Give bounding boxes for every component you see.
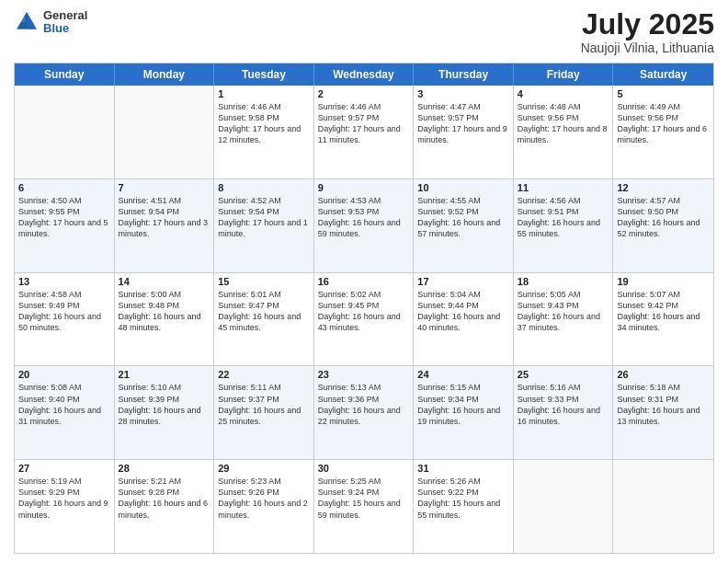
day-info: Sunrise: 5:23 AM Sunset: 9:26 PM Dayligh…: [218, 476, 310, 521]
header-day-saturday: Saturday: [613, 63, 713, 86]
calendar-cell: 18Sunrise: 5:05 AM Sunset: 9:43 PM Dayli…: [514, 273, 614, 366]
calendar-row-4: 27Sunrise: 5:19 AM Sunset: 9:29 PM Dayli…: [15, 459, 713, 553]
day-info: Sunrise: 4:46 AM Sunset: 9:57 PM Dayligh…: [318, 101, 410, 146]
day-number: 5: [617, 88, 710, 99]
day-info: Sunrise: 4:57 AM Sunset: 9:50 PM Dayligh…: [617, 195, 710, 240]
calendar-cell: 14Sunrise: 5:00 AM Sunset: 9:48 PM Dayli…: [115, 273, 215, 366]
day-number: 22: [218, 369, 310, 380]
logo-general: General: [43, 9, 87, 22]
day-number: 4: [518, 88, 609, 99]
day-info: Sunrise: 4:56 AM Sunset: 9:51 PM Dayligh…: [518, 195, 609, 240]
calendar-cell: [15, 86, 115, 178]
day-info: Sunrise: 5:13 AM Sunset: 9:36 PM Dayligh…: [318, 382, 410, 427]
day-number: 27: [18, 463, 110, 474]
page: General Blue July 2025 Naujoji Vilnia, L…: [0, 0, 728, 563]
calendar-row-3: 20Sunrise: 5:08 AM Sunset: 9:40 PM Dayli…: [15, 365, 713, 459]
day-number: 18: [518, 276, 609, 287]
logo-text: General Blue: [43, 9, 87, 36]
day-number: 29: [218, 463, 310, 474]
calendar-cell: 28Sunrise: 5:21 AM Sunset: 9:28 PM Dayli…: [115, 460, 215, 553]
day-info: Sunrise: 5:15 AM Sunset: 9:34 PM Dayligh…: [417, 382, 509, 427]
day-info: Sunrise: 5:16 AM Sunset: 9:33 PM Dayligh…: [518, 382, 609, 427]
day-info: Sunrise: 4:50 AM Sunset: 9:55 PM Dayligh…: [18, 195, 110, 240]
calendar-cell: 17Sunrise: 5:04 AM Sunset: 9:44 PM Dayli…: [414, 273, 514, 366]
logo-blue: Blue: [43, 22, 87, 35]
calendar-cell: 31Sunrise: 5:26 AM Sunset: 9:22 PM Dayli…: [414, 460, 514, 553]
day-info: Sunrise: 5:25 AM Sunset: 9:24 PM Dayligh…: [318, 476, 410, 521]
calendar-cell: 13Sunrise: 4:58 AM Sunset: 9:49 PM Dayli…: [15, 273, 115, 366]
title-month: July 2025: [581, 9, 714, 39]
day-info: Sunrise: 5:04 AM Sunset: 9:44 PM Dayligh…: [417, 289, 509, 334]
logo-icon: [14, 9, 40, 35]
calendar-header: SundayMondayTuesdayWednesdayThursdayFrid…: [15, 63, 713, 86]
calendar-cell: 19Sunrise: 5:07 AM Sunset: 9:42 PM Dayli…: [613, 273, 713, 366]
title-block: July 2025 Naujoji Vilnia, Lithuania: [581, 9, 714, 55]
day-number: 26: [617, 369, 710, 380]
calendar-cell: 9Sunrise: 4:53 AM Sunset: 9:53 PM Daylig…: [314, 179, 415, 272]
day-number: 19: [617, 276, 710, 287]
calendar-row-1: 6Sunrise: 4:50 AM Sunset: 9:55 PM Daylig…: [15, 178, 713, 272]
day-info: Sunrise: 4:47 AM Sunset: 9:57 PM Dayligh…: [417, 101, 509, 146]
title-location: Naujoji Vilnia, Lithuania: [581, 40, 714, 55]
logo: General Blue: [14, 9, 87, 36]
day-number: 14: [119, 276, 210, 287]
header-day-wednesday: Wednesday: [314, 63, 415, 86]
day-info: Sunrise: 4:51 AM Sunset: 9:54 PM Dayligh…: [119, 195, 210, 240]
calendar-cell: 2Sunrise: 4:46 AM Sunset: 9:57 PM Daylig…: [314, 86, 415, 178]
day-number: 11: [518, 182, 609, 193]
day-info: Sunrise: 5:11 AM Sunset: 9:37 PM Dayligh…: [218, 382, 310, 427]
header-day-monday: Monday: [115, 63, 215, 86]
day-number: 10: [417, 182, 509, 193]
day-info: Sunrise: 4:55 AM Sunset: 9:52 PM Dayligh…: [417, 195, 509, 240]
header-day-friday: Friday: [514, 63, 614, 86]
calendar-cell: 29Sunrise: 5:23 AM Sunset: 9:26 PM Dayli…: [214, 460, 314, 553]
header: General Blue July 2025 Naujoji Vilnia, L…: [14, 9, 714, 55]
day-number: 7: [119, 182, 210, 193]
calendar-cell: 22Sunrise: 5:11 AM Sunset: 9:37 PM Dayli…: [214, 366, 314, 459]
calendar-cell: 5Sunrise: 4:49 AM Sunset: 9:56 PM Daylig…: [613, 86, 713, 178]
day-number: 28: [119, 463, 210, 474]
day-number: 25: [518, 369, 609, 380]
header-day-sunday: Sunday: [15, 63, 115, 86]
calendar-cell: 10Sunrise: 4:55 AM Sunset: 9:52 PM Dayli…: [414, 179, 514, 272]
day-number: 17: [417, 276, 509, 287]
calendar-cell: 25Sunrise: 5:16 AM Sunset: 9:33 PM Dayli…: [514, 366, 614, 459]
day-info: Sunrise: 5:10 AM Sunset: 9:39 PM Dayligh…: [119, 382, 210, 427]
day-info: Sunrise: 5:19 AM Sunset: 9:29 PM Dayligh…: [18, 476, 110, 521]
day-number: 23: [318, 369, 410, 380]
day-number: 8: [218, 182, 310, 193]
calendar-cell: 1Sunrise: 4:46 AM Sunset: 9:58 PM Daylig…: [214, 86, 314, 178]
day-info: Sunrise: 4:49 AM Sunset: 9:56 PM Dayligh…: [617, 101, 710, 146]
svg-rect-2: [19, 17, 25, 22]
calendar-cell: 16Sunrise: 5:02 AM Sunset: 9:45 PM Dayli…: [314, 273, 415, 366]
day-info: Sunrise: 4:48 AM Sunset: 9:56 PM Dayligh…: [518, 101, 609, 146]
day-number: 2: [318, 88, 410, 99]
day-info: Sunrise: 5:21 AM Sunset: 9:28 PM Dayligh…: [119, 476, 210, 521]
calendar-cell: [613, 460, 713, 553]
calendar-cell: 15Sunrise: 5:01 AM Sunset: 9:47 PM Dayli…: [214, 273, 314, 366]
calendar-cell: 21Sunrise: 5:10 AM Sunset: 9:39 PM Dayli…: [115, 366, 215, 459]
day-info: Sunrise: 5:02 AM Sunset: 9:45 PM Dayligh…: [318, 289, 410, 334]
calendar-cell: 26Sunrise: 5:18 AM Sunset: 9:31 PM Dayli…: [613, 366, 713, 459]
day-info: Sunrise: 5:00 AM Sunset: 9:48 PM Dayligh…: [119, 289, 210, 334]
calendar-cell: [115, 86, 215, 178]
day-number: 21: [119, 369, 210, 380]
calendar-cell: 23Sunrise: 5:13 AM Sunset: 9:36 PM Dayli…: [314, 366, 415, 459]
day-number: 13: [18, 276, 110, 287]
calendar-body: 1Sunrise: 4:46 AM Sunset: 9:58 PM Daylig…: [15, 86, 713, 553]
header-day-thursday: Thursday: [414, 63, 514, 86]
day-info: Sunrise: 5:07 AM Sunset: 9:42 PM Dayligh…: [617, 289, 710, 334]
calendar: SundayMondayTuesdayWednesdayThursdayFrid…: [14, 63, 714, 554]
calendar-cell: 4Sunrise: 4:48 AM Sunset: 9:56 PM Daylig…: [514, 86, 614, 178]
calendar-cell: 7Sunrise: 4:51 AM Sunset: 9:54 PM Daylig…: [115, 179, 215, 272]
day-info: Sunrise: 4:53 AM Sunset: 9:53 PM Dayligh…: [318, 195, 410, 240]
day-number: 31: [417, 463, 509, 474]
calendar-cell: 30Sunrise: 5:25 AM Sunset: 9:24 PM Dayli…: [314, 460, 415, 553]
day-info: Sunrise: 5:05 AM Sunset: 9:43 PM Dayligh…: [518, 289, 609, 334]
day-info: Sunrise: 5:08 AM Sunset: 9:40 PM Dayligh…: [18, 382, 110, 427]
day-info: Sunrise: 5:01 AM Sunset: 9:47 PM Dayligh…: [218, 289, 310, 334]
day-number: 20: [18, 369, 110, 380]
day-number: 9: [318, 182, 410, 193]
day-number: 12: [617, 182, 710, 193]
day-number: 24: [417, 369, 509, 380]
